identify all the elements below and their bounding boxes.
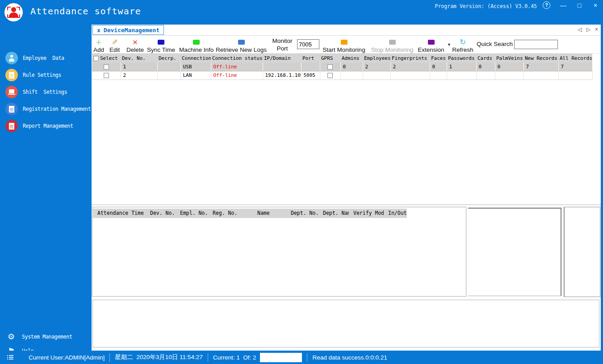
registration-icon xyxy=(5,103,18,115)
device-cell: 1 xyxy=(121,63,157,71)
device-cell: USB xyxy=(180,63,211,71)
title-bar: Attendance software Program Version: (Ac… xyxy=(0,0,603,25)
sidebar-item-label: Rule Settings xyxy=(23,72,61,78)
device-col-faces[interactable]: Faces xyxy=(430,54,447,63)
device-col-select[interactable]: Select xyxy=(92,54,121,63)
gprs-checkbox[interactable] xyxy=(327,64,333,70)
tab-strip: x DeviceManagement ◁ ▷ × xyxy=(92,25,601,35)
row-select-checkbox[interactable] xyxy=(104,73,109,78)
machine-info-button[interactable]: Machine Info xyxy=(179,37,214,53)
device-col-passwords[interactable]: Passwords xyxy=(447,54,476,63)
delete-button[interactable]: ✕ Delete xyxy=(126,37,144,53)
attendance-table-header: Attendance TimeDev. No.Empl. No.Reg. No.… xyxy=(93,209,407,218)
device-cell: 2 xyxy=(363,63,390,71)
device-col-admins[interactable]: Admins xyxy=(340,54,363,63)
tab-list-close-icon[interactable]: × xyxy=(595,26,598,33)
tab-close-icon[interactable]: x xyxy=(97,27,100,33)
sidebar-item-system-management[interactable]: ⚙System Management xyxy=(5,331,72,343)
device-col-gprs[interactable]: GPRS xyxy=(320,54,340,63)
device-cell xyxy=(523,71,558,79)
device-col-new-records[interactable]: New Records xyxy=(523,54,558,63)
device-col-employees[interactable]: Employees xyxy=(363,54,390,63)
device-cell: 192.168.1.100 xyxy=(263,71,301,79)
device-col-all-records[interactable]: All Records xyxy=(558,54,592,63)
pencil-icon: ✎ xyxy=(112,39,117,46)
device-cell xyxy=(92,71,121,79)
refresh-button[interactable]: ↻ Refresh xyxy=(451,37,475,53)
device-cell xyxy=(476,71,495,79)
quick-search-input[interactable] xyxy=(514,40,558,49)
device-cell: 0 xyxy=(495,63,523,71)
plus-icon: + xyxy=(96,39,102,46)
row-select-checkbox[interactable] xyxy=(104,64,109,70)
device-table: SelectDev. No.Decrp.ConnectionConnection… xyxy=(92,54,593,80)
status-pager: Current: 1 Of: 2 xyxy=(213,354,256,361)
maximize-button[interactable]: □ xyxy=(576,2,582,9)
device-col-cards[interactable]: Cards xyxy=(476,54,495,63)
rules-icon xyxy=(5,69,18,81)
device-cell: 7 xyxy=(523,63,558,71)
device-cell xyxy=(157,63,180,71)
device-col-port[interactable]: Port xyxy=(301,54,320,63)
device-row[interactable]: 2LANOff-line192.168.1.1005005 xyxy=(92,71,592,79)
menu-icon[interactable] xyxy=(7,355,13,360)
device-col-connection-status[interactable]: Connection status xyxy=(211,54,263,63)
gprs-checkbox[interactable] xyxy=(327,73,333,78)
attendance-col-in-out: In/Out xyxy=(384,209,407,218)
stop-monitoring-button[interactable]: Stop Monitoring xyxy=(367,37,418,53)
device-col-palmveins[interactable]: PalmVeins xyxy=(495,54,523,63)
machine-info-icon xyxy=(193,40,200,45)
device-row[interactable]: 1USBOff-line022010077 xyxy=(92,63,592,71)
minimize-button[interactable]: — xyxy=(560,2,566,9)
employees-icon xyxy=(5,52,18,64)
close-button[interactable]: × xyxy=(592,2,599,9)
delete-x-icon: ✕ xyxy=(132,39,138,46)
tab-label: DeviceManagement xyxy=(104,27,159,33)
side-detail-panel xyxy=(564,207,600,297)
device-col-decrp[interactable]: Decrp. xyxy=(157,54,180,63)
app-title: Attendance software xyxy=(30,6,141,17)
sidebar-item-rule-settings[interactable]: Rule Settings xyxy=(5,69,61,81)
sync-time-icon xyxy=(158,40,164,45)
device-cell xyxy=(92,63,121,71)
report-icon xyxy=(5,120,18,132)
extension-icon xyxy=(428,40,435,45)
device-table-header: SelectDev. No.Decrp.ConnectionConnection… xyxy=(92,54,592,63)
refresh-icon: ↻ xyxy=(460,39,466,46)
device-col-dev-no[interactable]: Dev. No. xyxy=(121,54,157,63)
attendance-col-verify-mode: Verify Mode xyxy=(349,209,384,218)
sidebar-item-label: Employee Data xyxy=(23,55,64,61)
extension-button[interactable]: Extension xyxy=(416,37,446,53)
device-col-fingerprints[interactable]: Fingerprints xyxy=(390,54,430,63)
sidebar-item-report-management[interactable]: Report Management xyxy=(5,120,73,132)
device-cell xyxy=(390,71,430,79)
sidebar-item-employee-data[interactable]: Employee Data xyxy=(5,52,64,64)
tab-device-management[interactable]: x DeviceManagement xyxy=(92,25,164,35)
device-cell xyxy=(320,71,340,79)
start-monitoring-button[interactable]: Start Monitoring xyxy=(318,37,369,53)
monitor-port-input[interactable] xyxy=(297,39,319,49)
attendance-col-dept-name: Dept. Name xyxy=(318,209,349,218)
sidebar-item-shift-settings[interactable]: Shift Settings xyxy=(5,86,67,98)
help-icon[interactable]: ? xyxy=(543,1,550,9)
retrieve-new-logs-button[interactable]: Retrieve New Logs xyxy=(216,37,267,53)
select-all-checkbox[interactable] xyxy=(93,56,99,61)
tab-scroll-left-icon[interactable]: ◁ xyxy=(578,26,582,33)
monitor-port-label: Monitor Port xyxy=(269,38,295,53)
sidebar-item-label: System Management xyxy=(22,334,72,340)
device-col-connection[interactable]: Connection xyxy=(180,54,211,63)
device-cell xyxy=(263,63,301,71)
app-logo-icon xyxy=(4,3,23,21)
log-panel xyxy=(92,300,599,347)
stop-monitoring-icon xyxy=(389,40,396,45)
start-monitoring-icon xyxy=(341,40,348,45)
program-version: Program Version: (Access) V3.0.45 xyxy=(435,3,537,9)
device-col-ip-domain[interactable]: IP/Domain xyxy=(263,54,301,63)
sync-time-button[interactable]: Sync Time xyxy=(147,37,175,53)
device-cell: 2 xyxy=(390,63,430,71)
add-button[interactable]: + Add xyxy=(93,37,104,53)
sidebar-item-registration-management[interactable]: Registration Management xyxy=(5,103,91,115)
tab-scroll-right-icon[interactable]: ▷ xyxy=(586,26,590,33)
edit-button[interactable]: ✎ Edit xyxy=(109,37,120,53)
device-cell xyxy=(447,71,476,79)
